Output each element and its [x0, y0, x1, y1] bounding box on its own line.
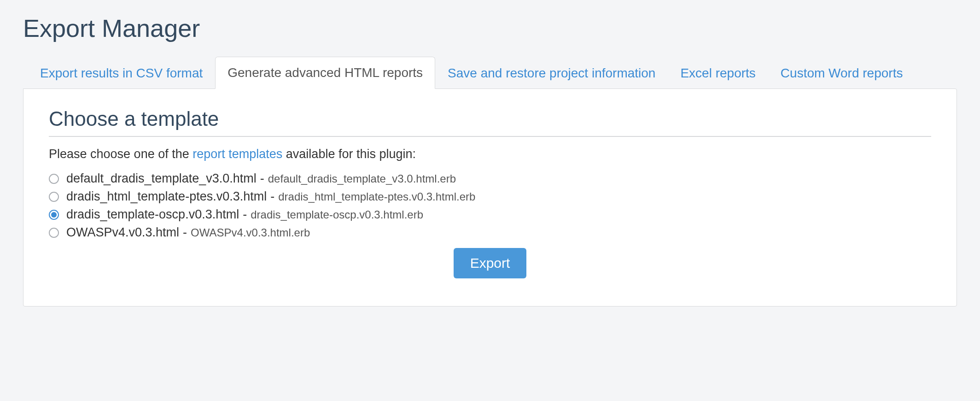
template-filename: default_dradis_template_v3.0.html.erb — [268, 172, 456, 185]
template-list: default_dradis_template_v3.0.html - defa… — [49, 171, 931, 240]
template-separator: - — [260, 171, 264, 186]
template-separator: - — [270, 189, 274, 204]
instruction-text: Please choose one of the report template… — [49, 147, 931, 161]
template-separator: - — [243, 207, 247, 222]
template-radio[interactable] — [49, 174, 59, 184]
template-option[interactable]: default_dradis_template_v3.0.html - defa… — [49, 171, 931, 186]
template-radio[interactable] — [49, 192, 59, 202]
template-filename: dradis_html_template-ptes.v0.3.html.erb — [278, 190, 475, 203]
report-templates-link[interactable]: report templates — [192, 147, 282, 161]
instruction-pre: Please choose one of the — [49, 147, 192, 161]
export-button[interactable]: Export — [454, 248, 527, 278]
tab-generate-html-reports[interactable]: Generate advanced HTML reports — [215, 57, 435, 89]
tab-export-csv[interactable]: Export results in CSV format — [28, 57, 215, 89]
instruction-post: available for this plugin: — [282, 147, 416, 161]
template-label: OWASPv4.v0.3.html — [66, 225, 179, 240]
section-heading: Choose a template — [49, 107, 931, 137]
template-option[interactable]: dradis_html_template-ptes.v0.3.html - dr… — [49, 189, 931, 204]
template-separator: - — [183, 225, 187, 240]
tab-excel-reports[interactable]: Excel reports — [668, 57, 768, 89]
template-filename: OWASPv4.v0.3.html.erb — [191, 226, 310, 239]
template-radio[interactable] — [49, 228, 59, 238]
template-option[interactable]: OWASPv4.v0.3.html - OWASPv4.v0.3.html.er… — [49, 225, 931, 240]
template-option[interactable]: dradis_template-oscp.v0.3.html - dradis_… — [49, 207, 931, 222]
tab-save-restore-project[interactable]: Save and restore project information — [435, 57, 668, 89]
template-label: default_dradis_template_v3.0.html — [66, 171, 257, 186]
template-radio[interactable] — [49, 210, 59, 220]
tab-panel: Choose a template Please choose one of t… — [23, 88, 957, 307]
tab-custom-word-reports[interactable]: Custom Word reports — [768, 57, 916, 89]
template-label: dradis_template-oscp.v0.3.html — [66, 207, 239, 222]
template-filename: dradis_template-oscp.v0.3.html.erb — [251, 208, 423, 221]
tabs-bar: Export results in CSV format Generate ad… — [23, 56, 957, 88]
template-label: dradis_html_template-ptes.v0.3.html — [66, 189, 267, 204]
page-title: Export Manager — [23, 14, 957, 42]
